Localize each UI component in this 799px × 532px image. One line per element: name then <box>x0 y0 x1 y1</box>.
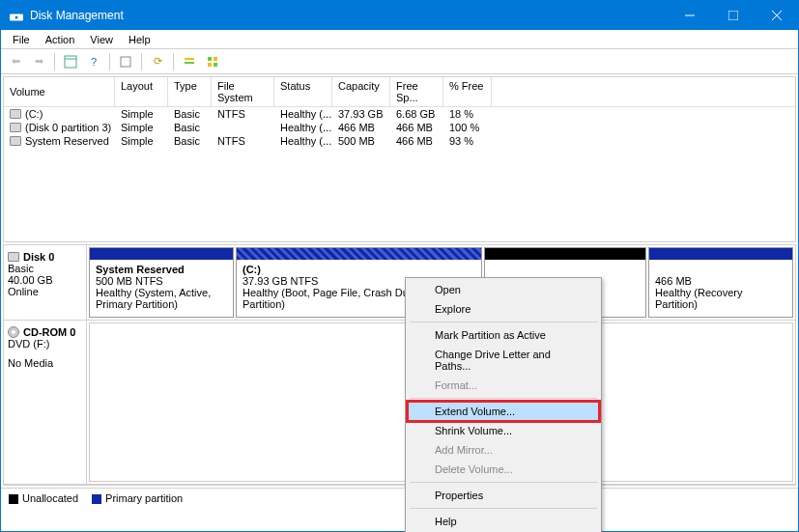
col-free[interactable]: Free Sp... <box>390 77 443 106</box>
col-status[interactable]: Status <box>274 77 332 106</box>
partition-status: Healthy (Recovery Partition) <box>655 287 742 310</box>
ctx-add-mirror[interactable]: Add Mirror... <box>408 440 599 460</box>
partition-size: 466 MB <box>655 275 692 287</box>
volume-name: System Reserved <box>25 135 109 147</box>
menu-help[interactable]: Help <box>121 32 158 47</box>
volume-list: Volume Layout Type File System Status Ca… <box>3 76 796 242</box>
drive-icon <box>10 109 21 119</box>
svg-rect-14 <box>214 63 217 67</box>
help-icon[interactable]: ? <box>83 51 104 72</box>
svg-rect-11 <box>208 57 212 61</box>
disk-row: CD-ROM 0 DVD (F:) No Media <box>4 321 795 485</box>
volume-row[interactable]: System Reserved Simple Basic NTFS Health… <box>4 134 795 148</box>
volume-name: (C:) <box>25 108 43 120</box>
col-layout[interactable]: Layout <box>115 77 168 106</box>
ctx-extend-volume[interactable]: Extend Volume... <box>408 402 599 421</box>
ctx-change-letter[interactable]: Change Drive Letter and Paths... <box>408 345 599 376</box>
separator <box>141 53 142 70</box>
ctx-explore[interactable]: Explore <box>408 299 599 319</box>
col-cap[interactable]: Capacity <box>332 77 390 106</box>
partition-name: System Reserved <box>96 264 185 275</box>
disk-graphical-view: Disk 0 Basic 40.00 GB Online System Rese… <box>3 244 796 486</box>
drive-icon <box>10 123 21 132</box>
svg-rect-6 <box>65 56 76 68</box>
svg-rect-10 <box>185 62 194 64</box>
menu-action[interactable]: Action <box>38 32 83 47</box>
disk-state: Online <box>8 286 82 297</box>
volume-header: Volume Layout Type File System Status Ca… <box>4 77 795 107</box>
list-icon[interactable] <box>179 51 200 72</box>
disk-info[interactable]: Disk 0 Basic 40.00 GB Online <box>4 245 87 320</box>
ctx-help[interactable]: Help <box>408 512 599 531</box>
svg-rect-3 <box>728 11 738 20</box>
partition-name: (C:) <box>243 264 261 275</box>
cdrom-status: No Media <box>8 357 82 369</box>
col-fs[interactable]: File System <box>212 77 274 106</box>
volume-row[interactable]: (Disk 0 partition 3) Simple Basic Health… <box>4 121 795 134</box>
separator <box>173 53 174 70</box>
ctx-properties[interactable]: Properties <box>408 486 599 505</box>
toolbar: ⬅ ➡ ? ⟳ <box>1 49 798 74</box>
partition-system-reserved[interactable]: System Reserved 500 MB NTFS Healthy (Sys… <box>89 247 234 318</box>
separator <box>410 398 597 399</box>
disk-info[interactable]: CD-ROM 0 DVD (F:) No Media <box>4 321 87 484</box>
minimize-button[interactable] <box>668 1 711 30</box>
partition-size: 37.93 GB NTFS <box>243 275 318 287</box>
ctx-delete-volume[interactable]: Delete Volume... <box>408 460 599 479</box>
disk-row: Disk 0 Basic 40.00 GB Online System Rese… <box>4 245 795 321</box>
volume-row[interactable]: (C:) Simple Basic NTFS Healthy (... 37.9… <box>4 107 795 121</box>
col-type[interactable]: Type <box>168 77 212 106</box>
disk-icon <box>8 252 19 262</box>
window-title: Disk Management <box>30 9 668 22</box>
titlebar: Disk Management <box>1 1 798 30</box>
forward-button[interactable]: ➡ <box>28 51 49 72</box>
cdrom-icon <box>8 326 19 338</box>
ctx-format[interactable]: Format... <box>408 376 599 395</box>
disk-name: CD-ROM 0 <box>23 326 75 338</box>
svg-rect-12 <box>214 57 217 61</box>
menubar: File Action View Help <box>1 30 798 49</box>
menu-view[interactable]: View <box>82 32 121 47</box>
ctx-open[interactable]: Open <box>408 280 599 299</box>
refresh-icon[interactable]: ⟳ <box>147 51 168 72</box>
cdrom-drive: DVD (F:) <box>8 338 82 350</box>
partition-size: 500 MB NTFS <box>96 275 163 287</box>
legend: Unallocated Primary partition <box>1 488 798 508</box>
app-icon <box>9 8 24 23</box>
partition-recovery[interactable]: 466 MB Healthy (Recovery Partition) <box>648 247 793 318</box>
col-volume[interactable]: Volume <box>4 77 115 106</box>
separator <box>109 53 110 70</box>
col-pct[interactable]: % Free <box>443 77 492 106</box>
settings-icon[interactable] <box>115 51 136 72</box>
separator <box>410 482 597 483</box>
maximize-button[interactable] <box>711 1 755 30</box>
ctx-shrink-volume[interactable]: Shrink Volume... <box>408 421 599 440</box>
legend-unallocated: Unallocated <box>9 492 78 504</box>
context-menu: Open Explore Mark Partition as Active Ch… <box>405 277 602 532</box>
separator <box>410 322 597 322</box>
close-button[interactable] <box>755 1 798 30</box>
drive-icon <box>10 136 21 146</box>
svg-rect-8 <box>121 57 130 67</box>
partition-bar <box>649 248 792 260</box>
view-icon[interactable] <box>60 51 81 72</box>
disk-name: Disk 0 <box>23 251 54 263</box>
volume-name: (Disk 0 partition 3) <box>25 122 111 133</box>
disk-size: 40.00 GB <box>8 274 82 286</box>
svg-point-1 <box>15 16 18 19</box>
tile-icon[interactable] <box>202 51 223 72</box>
disk-type: Basic <box>8 263 82 274</box>
back-button[interactable]: ⬅ <box>5 51 26 72</box>
ctx-mark-active[interactable]: Mark Partition as Active <box>408 325 599 345</box>
legend-primary: Primary partition <box>92 492 183 504</box>
partition-bar <box>90 248 233 260</box>
separator <box>54 53 55 70</box>
partition-bar <box>485 248 645 260</box>
partition-bar <box>237 248 481 260</box>
separator <box>410 508 597 509</box>
svg-rect-9 <box>185 58 194 60</box>
partition-status: Healthy (System, Active, Primary Partiti… <box>96 287 211 310</box>
svg-rect-13 <box>208 63 212 67</box>
menu-file[interactable]: File <box>5 32 38 47</box>
